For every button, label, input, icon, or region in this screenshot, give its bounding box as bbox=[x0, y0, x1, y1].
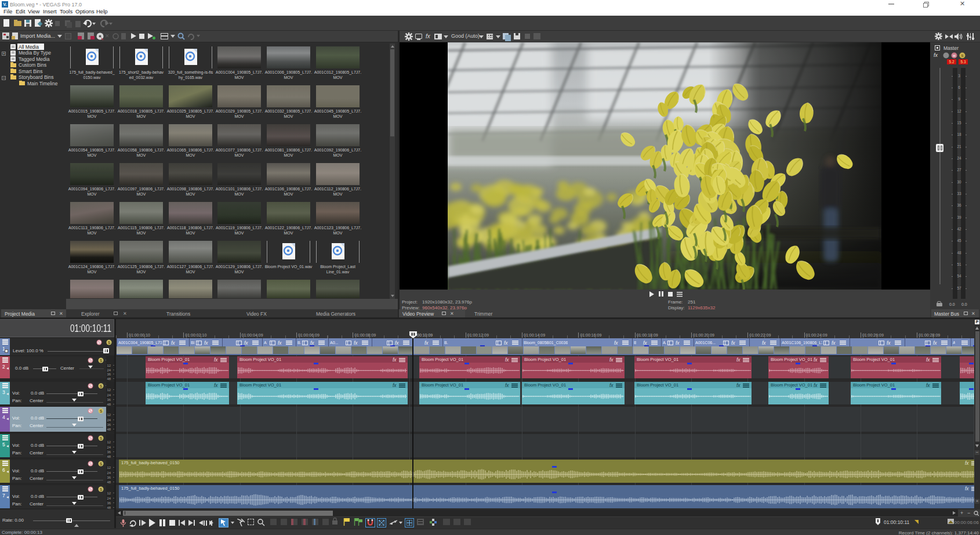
svg-text:S: S bbox=[100, 436, 103, 440]
svg-text:S: S bbox=[100, 487, 103, 491]
svg-text:S: S bbox=[100, 384, 103, 388]
svg-text:S: S bbox=[100, 409, 103, 413]
svg-text:S: S bbox=[100, 359, 103, 363]
svg-text:H: H bbox=[953, 54, 955, 57]
svg-text:S: S bbox=[961, 54, 963, 57]
svg-text:S: S bbox=[100, 462, 103, 466]
svg-text:S: S bbox=[108, 340, 111, 344]
